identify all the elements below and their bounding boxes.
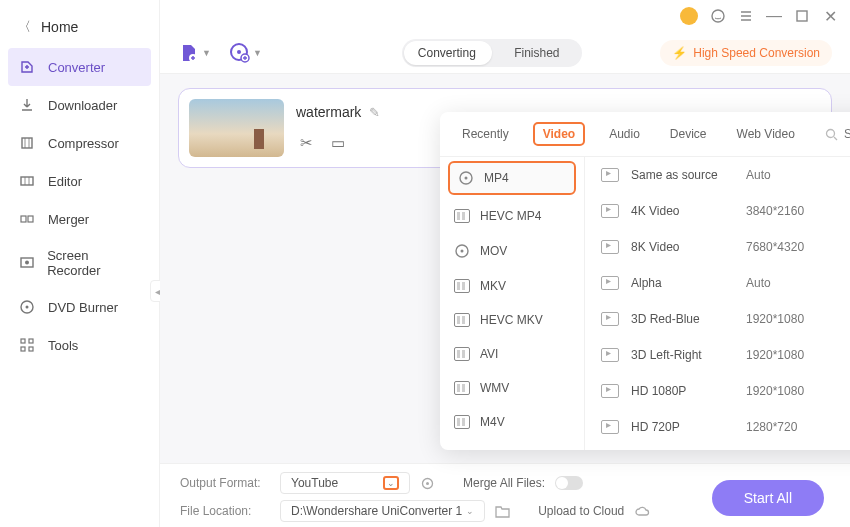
tab-video[interactable]: Video	[533, 122, 585, 146]
merge-toggle[interactable]	[555, 476, 583, 490]
folder-icon[interactable]	[495, 505, 510, 518]
maximize-icon[interactable]	[794, 8, 810, 24]
trim-icon[interactable]: ✂	[300, 134, 313, 152]
format-row[interactable]: MKV	[440, 269, 584, 303]
sidebar-item-converter[interactable]: Converter	[8, 48, 151, 86]
preset-resolution: 1920*1080	[746, 348, 846, 362]
chevron-down-icon: ⌄	[466, 506, 474, 516]
chevron-down-icon: ▼	[202, 48, 211, 58]
tab-device[interactable]: Device	[664, 123, 713, 145]
format-label: M4V	[480, 415, 505, 429]
format-dropdown-panel: Recently Video Audio Device Web Video MP…	[440, 112, 850, 450]
preset-list[interactable]: Same as sourceAuto✎ 4K Video3840*2160✎ 8…	[585, 157, 850, 450]
sidebar-item-compressor[interactable]: Compressor	[0, 124, 159, 162]
tab-audio[interactable]: Audio	[603, 123, 646, 145]
preset-name: 8K Video	[631, 240, 746, 254]
toolbar-left: ▼ ▼	[178, 42, 262, 64]
format-row[interactable]: HEVC MKV	[440, 303, 584, 337]
svg-rect-3	[28, 216, 33, 222]
format-icon	[454, 415, 470, 429]
output-format-label: Output Format:	[180, 476, 270, 490]
bolt-icon: ⚡	[672, 46, 687, 60]
svg-rect-9	[29, 339, 33, 343]
close-icon[interactable]: ✕	[822, 8, 838, 24]
tab-converting[interactable]: Converting	[402, 46, 492, 60]
tab-recently[interactable]: Recently	[456, 123, 515, 145]
svg-point-7	[26, 306, 29, 309]
preset-resolution: 3840*2160	[746, 204, 846, 218]
format-row[interactable]: M4V	[440, 405, 584, 439]
preset-row[interactable]: 3D Red-Blue1920*1080✎	[585, 301, 850, 337]
sidebar-item-dvd-burner[interactable]: DVD Burner	[0, 288, 159, 326]
item-info: watermark ✎ ✂ ▭	[296, 104, 380, 152]
svg-point-12	[712, 10, 724, 22]
format-icon	[454, 209, 470, 223]
format-row-mp4[interactable]: MP4	[448, 161, 576, 195]
crop-icon[interactable]: ▭	[331, 134, 345, 152]
preset-icon	[601, 204, 619, 218]
svg-point-22	[461, 250, 464, 253]
output-format-select[interactable]: YouTube ⌄	[280, 472, 410, 494]
high-speed-button[interactable]: ⚡ High Speed Conversion	[660, 40, 832, 66]
format-label: MKV	[480, 279, 506, 293]
preset-icon	[601, 420, 619, 434]
svg-point-24	[426, 482, 429, 485]
format-row[interactable]: MOV	[440, 233, 584, 269]
downloader-icon	[18, 96, 36, 114]
sidebar-item-downloader[interactable]: Downloader	[0, 86, 159, 124]
sidebar-item-label: Screen Recorder	[47, 248, 141, 278]
format-category-tabs: Recently Video Audio Device Web Video	[440, 112, 850, 157]
preset-row[interactable]: AlphaAuto✎	[585, 265, 850, 301]
add-file-button[interactable]: ▼	[178, 42, 211, 64]
tab-finished[interactable]: Finished	[492, 46, 582, 60]
screen-recorder-icon	[18, 254, 35, 272]
start-all-button[interactable]: Start All	[712, 480, 824, 516]
support-icon[interactable]	[710, 8, 726, 24]
avatar-icon[interactable]	[680, 7, 698, 25]
preset-resolution: Auto	[746, 276, 846, 290]
format-row[interactable]: WMV	[440, 371, 584, 405]
format-row[interactable]: AVI	[440, 337, 584, 371]
svg-rect-8	[21, 339, 25, 343]
sidebar-item-label: Downloader	[48, 98, 117, 113]
preset-name: 3D Left-Right	[631, 348, 746, 362]
editor-icon	[18, 172, 36, 190]
sidebar: 〈 Home Converter Downloader Compressor E…	[0, 0, 160, 527]
format-list[interactable]: MP4 HEVC MP4 MOV MKV HEVC MKV AVI WMV M4…	[440, 157, 585, 450]
format-icon	[454, 347, 470, 361]
preset-resolution: 1280*720	[746, 420, 846, 434]
preset-name: 4K Video	[631, 204, 746, 218]
preset-row[interactable]: 3D Left-Right1920*1080✎	[585, 337, 850, 373]
thumbnail[interactable]	[189, 99, 284, 157]
preset-icon	[601, 240, 619, 254]
cloud-icon[interactable]	[634, 505, 651, 518]
file-location-select[interactable]: D:\Wondershare UniConverter 1 ⌄	[280, 500, 485, 522]
search-input[interactable]	[844, 127, 850, 141]
preset-row[interactable]: 8K Video7680*4320✎	[585, 229, 850, 265]
status-tabs: Converting Finished	[402, 39, 582, 67]
sidebar-item-editor[interactable]: Editor	[0, 162, 159, 200]
svg-rect-2	[21, 216, 26, 222]
preset-row[interactable]: HD 1080P1920*1080✎	[585, 373, 850, 409]
preset-row[interactable]: Same as sourceAuto✎	[585, 157, 850, 193]
format-row[interactable]: HEVC MP4	[440, 199, 584, 233]
menu-icon[interactable]	[738, 8, 754, 24]
tab-web-video[interactable]: Web Video	[731, 123, 801, 145]
svg-point-20	[465, 177, 468, 180]
minimize-icon[interactable]: —	[766, 8, 782, 24]
sidebar-item-merger[interactable]: Merger	[0, 200, 159, 238]
add-disc-button[interactable]: ▼	[229, 42, 262, 64]
main: — ✕ ▼ ▼ Converting Finished ⚡ High Speed…	[160, 0, 850, 527]
merger-icon	[18, 210, 36, 228]
sidebar-item-screen-recorder[interactable]: Screen Recorder	[0, 238, 159, 288]
gear-icon[interactable]	[420, 476, 435, 491]
preset-row[interactable]: 4K Video3840*2160✎	[585, 193, 850, 229]
rename-icon[interactable]: ✎	[369, 105, 380, 120]
sidebar-item-tools[interactable]: Tools	[0, 326, 159, 364]
preset-row[interactable]: HD 720P1280*720✎	[585, 409, 850, 445]
preset-name: Alpha	[631, 276, 746, 290]
svg-rect-10	[21, 347, 25, 351]
home-link[interactable]: 〈 Home	[0, 6, 159, 48]
chevron-down-icon: ▼	[253, 48, 262, 58]
sidebar-item-label: Compressor	[48, 136, 119, 151]
